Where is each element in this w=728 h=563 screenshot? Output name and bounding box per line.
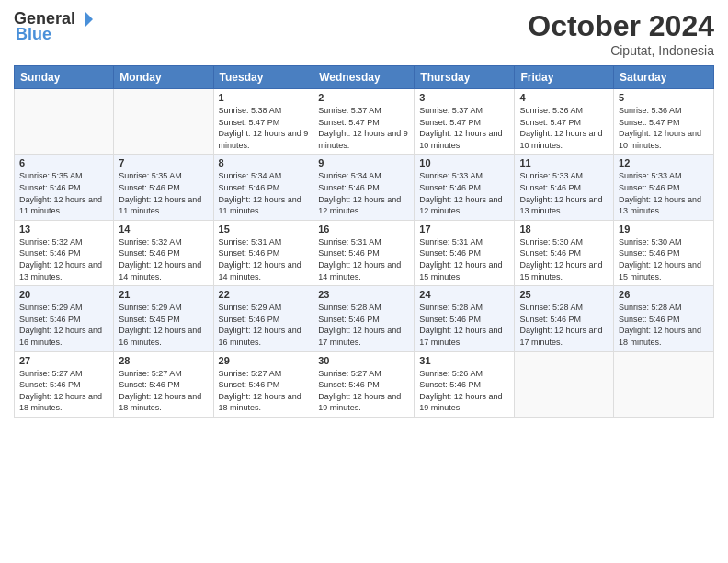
col-friday: Friday <box>515 66 614 89</box>
day-info: Sunrise: 5:32 AMSunset: 5:46 PMDaylight:… <box>19 236 108 282</box>
table-row <box>15 89 114 155</box>
day-info: Sunrise: 5:37 AMSunset: 5:47 PMDaylight:… <box>419 105 509 151</box>
table-row <box>114 89 213 155</box>
day-info: Sunrise: 5:36 AMSunset: 5:47 PMDaylight:… <box>519 105 609 151</box>
table-row: 20Sunrise: 5:29 AMSunset: 5:46 PMDayligh… <box>15 286 114 351</box>
day-number: 19 <box>619 224 709 235</box>
day-info: Sunrise: 5:33 AMSunset: 5:46 PMDaylight:… <box>419 170 509 216</box>
day-info: Sunrise: 5:29 AMSunset: 5:46 PMDaylight:… <box>219 302 309 348</box>
day-info: Sunrise: 5:27 AMSunset: 5:46 PMDaylight:… <box>318 368 409 414</box>
day-number: 30 <box>318 355 409 366</box>
table-row: 2Sunrise: 5:37 AMSunset: 5:47 PMDaylight… <box>313 89 415 155</box>
calendar-week-row: 1Sunrise: 5:38 AMSunset: 5:47 PMDaylight… <box>15 89 714 155</box>
table-row: 22Sunrise: 5:29 AMSunset: 5:46 PMDayligh… <box>213 286 313 351</box>
day-number: 31 <box>419 355 509 366</box>
table-row: 1Sunrise: 5:38 AMSunset: 5:47 PMDaylight… <box>213 89 313 155</box>
day-info: Sunrise: 5:33 AMSunset: 5:46 PMDaylight:… <box>619 170 709 216</box>
day-number: 24 <box>419 289 509 300</box>
day-number: 28 <box>119 355 208 366</box>
day-number: 21 <box>119 289 208 300</box>
day-info: Sunrise: 5:31 AMSunset: 5:46 PMDaylight:… <box>318 236 409 282</box>
day-number: 14 <box>119 224 208 235</box>
table-row: 21Sunrise: 5:29 AMSunset: 5:45 PMDayligh… <box>114 286 213 351</box>
header: General Blue October 2024 Ciputat, Indon… <box>14 9 714 58</box>
table-row <box>515 351 614 417</box>
day-number: 6 <box>19 157 108 168</box>
day-number: 13 <box>19 224 108 235</box>
day-info: Sunrise: 5:36 AMSunset: 5:47 PMDaylight:… <box>619 105 709 151</box>
col-sunday: Sunday <box>15 66 114 89</box>
table-row: 6Sunrise: 5:35 AMSunset: 5:46 PMDaylight… <box>15 155 114 220</box>
table-row: 9Sunrise: 5:34 AMSunset: 5:46 PMDaylight… <box>313 155 415 220</box>
day-info: Sunrise: 5:32 AMSunset: 5:46 PMDaylight:… <box>119 236 208 282</box>
table-row: 23Sunrise: 5:28 AMSunset: 5:46 PMDayligh… <box>313 286 415 351</box>
day-info: Sunrise: 5:29 AMSunset: 5:45 PMDaylight:… <box>119 302 208 348</box>
day-number: 17 <box>419 224 509 235</box>
table-row: 30Sunrise: 5:27 AMSunset: 5:46 PMDayligh… <box>313 351 415 417</box>
col-saturday: Saturday <box>614 66 714 89</box>
day-number: 25 <box>519 289 609 300</box>
day-info: Sunrise: 5:30 AMSunset: 5:46 PMDaylight:… <box>619 236 709 282</box>
table-row: 28Sunrise: 5:27 AMSunset: 5:46 PMDayligh… <box>114 351 213 417</box>
table-row: 19Sunrise: 5:30 AMSunset: 5:46 PMDayligh… <box>614 220 714 285</box>
calendar-header-row: Sunday Monday Tuesday Wednesday Thursday… <box>15 66 714 89</box>
day-info: Sunrise: 5:37 AMSunset: 5:47 PMDaylight:… <box>318 105 409 151</box>
day-number: 29 <box>219 355 309 366</box>
day-info: Sunrise: 5:27 AMSunset: 5:46 PMDaylight:… <box>219 368 309 414</box>
day-number: 10 <box>419 157 509 168</box>
day-info: Sunrise: 5:28 AMSunset: 5:46 PMDaylight:… <box>318 302 409 348</box>
table-row: 13Sunrise: 5:32 AMSunset: 5:46 PMDayligh… <box>15 220 114 285</box>
day-info: Sunrise: 5:34 AMSunset: 5:46 PMDaylight:… <box>318 170 409 216</box>
svg-marker-0 <box>85 12 93 27</box>
day-info: Sunrise: 5:27 AMSunset: 5:46 PMDaylight:… <box>19 368 108 414</box>
day-info: Sunrise: 5:28 AMSunset: 5:46 PMDaylight:… <box>619 302 709 348</box>
day-info: Sunrise: 5:33 AMSunset: 5:46 PMDaylight:… <box>519 170 609 216</box>
day-number: 4 <box>519 92 609 103</box>
day-number: 22 <box>219 289 309 300</box>
day-info: Sunrise: 5:29 AMSunset: 5:46 PMDaylight:… <box>19 302 108 348</box>
day-number: 20 <box>19 289 108 300</box>
day-info: Sunrise: 5:28 AMSunset: 5:46 PMDaylight:… <box>519 302 609 348</box>
table-row: 11Sunrise: 5:33 AMSunset: 5:46 PMDayligh… <box>515 155 614 220</box>
col-thursday: Thursday <box>415 66 515 89</box>
table-row: 25Sunrise: 5:28 AMSunset: 5:46 PMDayligh… <box>515 286 614 351</box>
table-row: 31Sunrise: 5:26 AMSunset: 5:46 PMDayligh… <box>415 351 515 417</box>
page: General Blue October 2024 Ciputat, Indon… <box>0 0 728 563</box>
logo-flag-icon <box>76 10 95 29</box>
day-info: Sunrise: 5:27 AMSunset: 5:46 PMDaylight:… <box>119 368 208 414</box>
day-number: 18 <box>519 224 609 235</box>
day-number: 8 <box>219 157 309 168</box>
calendar-week-row: 13Sunrise: 5:32 AMSunset: 5:46 PMDayligh… <box>15 220 714 285</box>
col-tuesday: Tuesday <box>213 66 313 89</box>
calendar-table: Sunday Monday Tuesday Wednesday Thursday… <box>14 65 714 418</box>
day-info: Sunrise: 5:35 AMSunset: 5:46 PMDaylight:… <box>19 170 108 216</box>
table-row: 24Sunrise: 5:28 AMSunset: 5:46 PMDayligh… <box>415 286 515 351</box>
table-row <box>614 351 714 417</box>
day-number: 16 <box>318 224 409 235</box>
day-number: 2 <box>318 92 409 103</box>
table-row: 3Sunrise: 5:37 AMSunset: 5:47 PMDaylight… <box>415 89 515 155</box>
day-number: 12 <box>619 157 709 168</box>
table-row: 29Sunrise: 5:27 AMSunset: 5:46 PMDayligh… <box>213 351 313 417</box>
table-row: 5Sunrise: 5:36 AMSunset: 5:47 PMDaylight… <box>614 89 714 155</box>
day-number: 7 <box>119 157 208 168</box>
table-row: 18Sunrise: 5:30 AMSunset: 5:46 PMDayligh… <box>515 220 614 285</box>
day-number: 23 <box>318 289 409 300</box>
day-info: Sunrise: 5:31 AMSunset: 5:46 PMDaylight:… <box>219 236 309 282</box>
calendar-week-row: 20Sunrise: 5:29 AMSunset: 5:46 PMDayligh… <box>15 286 714 351</box>
day-number: 11 <box>519 157 609 168</box>
table-row: 16Sunrise: 5:31 AMSunset: 5:46 PMDayligh… <box>313 220 415 285</box>
calendar-week-row: 6Sunrise: 5:35 AMSunset: 5:46 PMDaylight… <box>15 155 714 220</box>
day-info: Sunrise: 5:31 AMSunset: 5:46 PMDaylight:… <box>419 236 509 282</box>
table-row: 14Sunrise: 5:32 AMSunset: 5:46 PMDayligh… <box>114 220 213 285</box>
table-row: 8Sunrise: 5:34 AMSunset: 5:46 PMDaylight… <box>213 155 313 220</box>
day-number: 9 <box>318 157 409 168</box>
col-wednesday: Wednesday <box>313 66 415 89</box>
logo-blue-text: Blue <box>16 25 51 44</box>
logo: General Blue <box>14 9 96 44</box>
day-number: 1 <box>219 92 309 103</box>
day-info: Sunrise: 5:30 AMSunset: 5:46 PMDaylight:… <box>519 236 609 282</box>
day-number: 3 <box>419 92 509 103</box>
day-info: Sunrise: 5:26 AMSunset: 5:46 PMDaylight:… <box>419 368 509 414</box>
month-title: October 2024 <box>528 9 714 43</box>
